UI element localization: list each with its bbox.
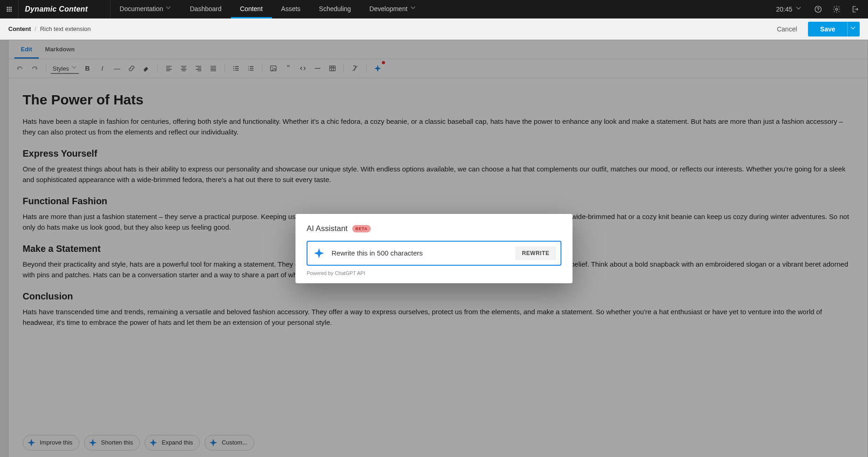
breadcrumb-leaf: Rich text extension	[40, 25, 91, 32]
cancel-button[interactable]: Cancel	[771, 22, 804, 37]
help-icon	[814, 5, 822, 13]
nav-label: Scheduling	[319, 5, 351, 12]
chevron-down-icon	[411, 6, 416, 11]
nav-label: Development	[369, 5, 408, 12]
ai-assistant-modal: AI Assistant BETA REWRITE Powered by Cha…	[295, 214, 573, 283]
nav-content[interactable]: Content	[231, 0, 272, 18]
prompt-input[interactable]	[331, 249, 510, 257]
sparkle-icon	[313, 247, 325, 259]
powered-by-label: Powered by ChatGPT API	[307, 270, 561, 276]
nav-label: Assets	[281, 5, 301, 12]
nav-documentation[interactable]: Documentation	[110, 0, 181, 18]
modal-title: AI Assistant	[307, 224, 348, 233]
gear-icon	[832, 5, 841, 13]
beta-badge: BETA	[352, 225, 371, 232]
primary-nav: Documentation Dashboard Content Assets S…	[110, 0, 425, 18]
logout-button[interactable]	[846, 5, 864, 13]
nav-development[interactable]: Development	[360, 0, 425, 18]
breadcrumb-root[interactable]: Content	[8, 25, 31, 32]
nav-assets[interactable]: Assets	[272, 0, 310, 18]
svg-point-2	[836, 8, 838, 11]
chevron-down-icon	[167, 6, 171, 11]
chevron-down-icon	[797, 7, 802, 12]
clock-time: 20:45	[776, 6, 792, 13]
clock-dropdown[interactable]: 20:45	[769, 6, 809, 13]
brand-logo: Dynamic Content	[18, 0, 110, 18]
nav-dashboard[interactable]: Dashboard	[181, 0, 231, 18]
help-button[interactable]	[809, 5, 827, 13]
nav-right: 20:45	[769, 0, 868, 18]
top-nav: Dynamic Content Documentation Dashboard …	[0, 0, 868, 18]
prompt-box: REWRITE	[307, 241, 561, 266]
sub-header: Content / Rich text extension Cancel Sav…	[0, 18, 868, 40]
nav-label: Dashboard	[190, 5, 222, 12]
save-button[interactable]: Save	[808, 22, 847, 37]
settings-button[interactable]	[827, 5, 846, 13]
save-more-button[interactable]	[847, 22, 860, 37]
nav-label: Documentation	[120, 5, 163, 12]
svg-point-1	[818, 11, 818, 11]
apps-menu-button[interactable]	[0, 0, 18, 18]
apps-grid-icon	[6, 6, 13, 13]
nav-label: Content	[240, 5, 263, 12]
modal-overlay[interactable]: AI Assistant BETA REWRITE Powered by Cha…	[0, 40, 868, 457]
rewrite-button[interactable]: REWRITE	[515, 246, 556, 260]
chevron-down-icon	[851, 27, 856, 31]
save-button-group: Save	[808, 22, 860, 37]
breadcrumb: Content / Rich text extension	[8, 25, 91, 32]
breadcrumb-separator: /	[35, 25, 36, 32]
logout-icon	[851, 5, 859, 13]
nav-scheduling[interactable]: Scheduling	[310, 0, 360, 18]
